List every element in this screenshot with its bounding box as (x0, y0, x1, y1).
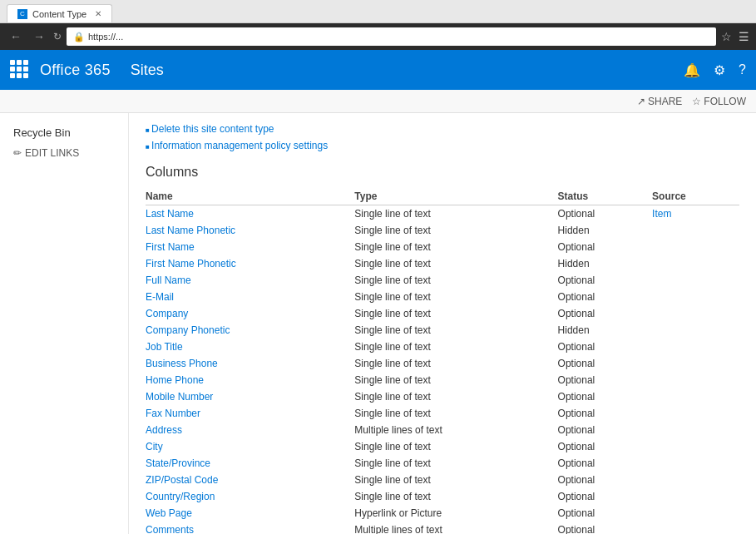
column-status: Optional (558, 355, 653, 372)
column-source (652, 305, 739, 322)
table-row: Company PhoneticSingle line of textHidde… (146, 322, 739, 339)
waffle-dot (17, 73, 22, 78)
content-area: Delete this site content type Informatio… (129, 113, 756, 534)
column-name-link[interactable]: Company Phonetic (146, 324, 230, 336)
o365-header: Office 365 Sites 🔔 ⚙ ? (0, 50, 756, 90)
column-type: Single line of text (354, 405, 557, 422)
header-icons: 🔔 ⚙ ? (684, 62, 746, 78)
table-row: CompanySingle line of textOptional (146, 305, 739, 322)
column-name-link[interactable]: Home Phone (146, 374, 204, 386)
table-row: CommentsMultiple lines of textOptional (146, 522, 739, 534)
help-icon[interactable]: ? (739, 62, 746, 77)
column-name-link[interactable]: City (146, 441, 163, 452)
column-type: Single line of text (354, 455, 557, 472)
column-name-link[interactable]: Full Name (146, 274, 191, 286)
left-nav: Recycle Bin ✏ EDIT LINKS (0, 113, 129, 534)
waffle-dot (23, 67, 28, 72)
table-row: Web PageHyperlink or PictureOptional (146, 505, 739, 522)
back-button[interactable]: ← (7, 28, 25, 45)
app-name: Office 365 (40, 62, 111, 79)
column-type: Multiple lines of text (354, 522, 557, 534)
policy-settings-link[interactable]: Information management policy settings (146, 140, 739, 151)
column-name-link[interactable]: Web Page (146, 507, 192, 519)
column-name-link[interactable]: State/Province (146, 457, 210, 469)
url-bar[interactable]: 🔒 https://... (67, 27, 716, 46)
share-button[interactable]: ↗ SHARE (637, 96, 682, 107)
column-source (652, 422, 739, 438)
column-source (652, 289, 739, 305)
column-name-link[interactable]: Last Name Phonetic (146, 225, 235, 236)
waffle-dot (23, 73, 28, 78)
column-source (652, 339, 739, 355)
column-status: Optional (558, 339, 653, 355)
column-type: Single line of text (354, 255, 557, 272)
col-header-type: Type (354, 188, 557, 205)
column-status: Optional (558, 272, 653, 289)
tab-favicon: C (17, 9, 27, 19)
column-name-link[interactable]: Last Name (146, 208, 194, 220)
column-source (652, 355, 739, 372)
column-type: Single line of text (354, 438, 557, 455)
edit-links-nav[interactable]: ✏ EDIT LINKS (0, 142, 128, 164)
column-name-link[interactable]: ZIP/Postal Code (146, 474, 218, 486)
column-status: Hidden (558, 222, 653, 239)
pencil-icon: ✏ (13, 147, 22, 159)
column-type: Single line of text (354, 205, 557, 223)
tab-close-button[interactable]: ✕ (95, 9, 101, 18)
waffle-dot (23, 60, 28, 65)
column-status: Hidden (558, 322, 653, 339)
source-link[interactable]: Item (652, 208, 671, 220)
table-row: AddressMultiple lines of textOptional (146, 422, 739, 438)
column-name-link[interactable]: Fax Number (146, 408, 200, 419)
column-source (652, 522, 739, 534)
favorites-icon[interactable]: ☆ (721, 30, 732, 43)
table-row: State/ProvinceSingle line of textOptiona… (146, 455, 739, 472)
table-row: Last Name PhoneticSingle line of textHid… (146, 222, 739, 239)
column-status: Optional (558, 422, 653, 438)
column-name-link[interactable]: Address (146, 424, 182, 436)
column-source (652, 372, 739, 388)
browser-actions: ☆ ☰ (721, 30, 749, 43)
column-name-link[interactable]: Company (146, 308, 188, 319)
column-source (652, 505, 739, 522)
col-header-name: Name (146, 188, 354, 205)
column-type: Single line of text (354, 272, 557, 289)
site-name[interactable]: Sites (131, 62, 164, 79)
column-type: Single line of text (354, 222, 557, 239)
waffle-dot (17, 60, 22, 65)
column-status: Optional (558, 505, 653, 522)
columns-header-row: Name Type Status Source (146, 188, 739, 205)
forward-button[interactable]: → (30, 28, 48, 45)
column-source[interactable]: Item (652, 205, 739, 223)
column-type: Single line of text (354, 289, 557, 305)
column-source (652, 322, 739, 339)
column-status: Optional (558, 205, 653, 223)
waffle-dot (10, 73, 15, 78)
waffle-dot (17, 67, 22, 72)
column-name-link[interactable]: Comments (146, 524, 194, 534)
column-name-link[interactable]: First Name Phonetic (146, 258, 236, 269)
table-row: Business PhoneSingle line of textOptiona… (146, 355, 739, 372)
browser-tab[interactable]: C Content Type ✕ (7, 4, 112, 22)
column-name-link[interactable]: E-Mail (146, 291, 174, 303)
columns-title: Columns (146, 165, 739, 180)
column-type: Single line of text (354, 372, 557, 388)
delete-content-type-link[interactable]: Delete this site content type (146, 123, 739, 135)
table-row: E-MailSingle line of textOptional (146, 289, 739, 305)
column-status: Optional (558, 472, 653, 488)
column-name-link[interactable]: First Name (146, 241, 195, 253)
follow-button[interactable]: ☆ FOLLOW (692, 96, 746, 107)
settings-icon[interactable]: ⚙ (714, 62, 725, 78)
column-name-link[interactable]: Job Title (146, 341, 183, 353)
table-row: Home PhoneSingle line of textOptional (146, 372, 739, 388)
column-name-link[interactable]: Business Phone (146, 358, 218, 369)
column-type: Single line of text (354, 488, 557, 505)
column-name-link[interactable]: Mobile Number (146, 391, 213, 403)
waffle-button[interactable] (10, 60, 30, 80)
refresh-button[interactable]: ↻ (53, 31, 62, 42)
column-source (652, 239, 739, 255)
notification-icon[interactable]: 🔔 (684, 62, 700, 78)
menu-icon[interactable]: ☰ (739, 30, 749, 43)
column-name-link[interactable]: Country/Region (146, 491, 215, 502)
recycle-bin-nav[interactable]: Recycle Bin (0, 123, 128, 142)
